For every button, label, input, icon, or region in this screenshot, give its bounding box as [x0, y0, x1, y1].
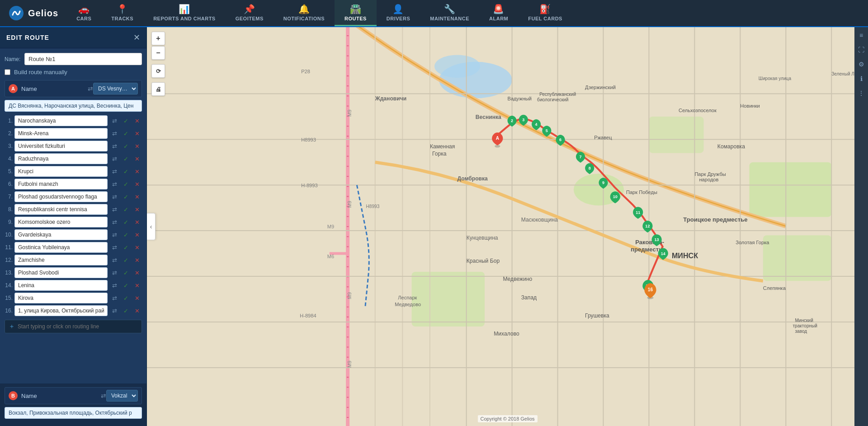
stop-move-button[interactable]: ⇄: [109, 255, 119, 265]
stop-delete-button[interactable]: ✕: [132, 217, 142, 227]
stop-delete-button[interactable]: ✕: [132, 268, 142, 278]
svg-text:4: 4: [535, 122, 538, 127]
stop-input[interactable]: [14, 204, 108, 215]
stop-input[interactable]: [14, 305, 108, 316]
stop-delete-button[interactable]: ✕: [132, 255, 142, 265]
nav-item-cars[interactable]: 🚗CARS: [66, 0, 101, 26]
stop-input[interactable]: [14, 128, 108, 139]
stop-delete-button[interactable]: ✕: [132, 204, 142, 214]
stop-move-button[interactable]: ⇄: [109, 293, 119, 303]
stop-delete-button[interactable]: ✕: [132, 280, 142, 290]
stop-input[interactable]: [14, 166, 108, 177]
stop-check-button[interactable]: ✓: [121, 141, 131, 151]
cars-nav-icon: 🚗: [78, 4, 90, 14]
stop-input[interactable]: [14, 115, 108, 126]
stop-delete-button[interactable]: ✕: [132, 230, 142, 240]
map-area[interactable]: ‹: [147, 27, 868, 426]
waypoint-b-copy-icon[interactable]: ⇄: [101, 392, 106, 399]
stop-move-button[interactable]: ⇄: [109, 242, 119, 252]
nav-item-alarm[interactable]: 🚨ALARM: [479, 0, 518, 26]
zoom-in-button[interactable]: +: [151, 32, 165, 45]
stop-input[interactable]: [14, 267, 108, 278]
stop-input[interactable]: [14, 229, 108, 240]
close-button[interactable]: ✕: [133, 33, 140, 43]
settings-icon[interactable]: ⚙: [859, 61, 864, 68]
stop-delete-button[interactable]: ✕: [132, 116, 142, 126]
stop-check-button[interactable]: ✓: [121, 116, 131, 126]
fullscreen-icon[interactable]: ⛶: [858, 46, 864, 53]
stop-move-button[interactable]: ⇄: [109, 192, 119, 202]
stop-check-button[interactable]: ✓: [121, 268, 131, 278]
stop-delete-button[interactable]: ✕: [132, 293, 142, 303]
stop-delete-button[interactable]: ✕: [132, 179, 142, 189]
stop-delete-button[interactable]: ✕: [132, 128, 142, 138]
zoom-out-button[interactable]: −: [151, 46, 165, 60]
stop-move-button[interactable]: ⇄: [109, 280, 119, 290]
stop-check-button[interactable]: ✓: [121, 179, 131, 189]
stop-move-button[interactable]: ⇄: [109, 179, 119, 189]
stop-check-button[interactable]: ✓: [121, 154, 131, 164]
stop-input[interactable]: [14, 293, 108, 303]
stop-delete-button[interactable]: ✕: [132, 154, 142, 164]
nav-item-maintenance[interactable]: 🔧MAINTENANCE: [420, 0, 479, 26]
stop-check-button[interactable]: ✓: [121, 293, 131, 303]
stop-move-button[interactable]: ⇄: [109, 141, 119, 151]
waypoint-a-device[interactable]: DS Vesny…: [93, 83, 138, 95]
stop-move-button[interactable]: ⇄: [109, 217, 119, 227]
stop-check-button[interactable]: ✓: [121, 255, 131, 265]
nav-item-routes[interactable]: 🛣️ROUTES: [335, 0, 377, 26]
nav-item-reports[interactable]: 📊REPORTS AND CHARTS: [143, 0, 226, 26]
stop-input[interactable]: [14, 242, 108, 253]
stop-check-button[interactable]: ✓: [121, 217, 131, 227]
sidebar-collapse-button[interactable]: ‹: [147, 213, 156, 240]
nav-item-fuel[interactable]: ⛽FUEL CARDS: [518, 0, 572, 26]
stop-check-button[interactable]: ✓: [121, 166, 131, 176]
stop-move-button[interactable]: ⇄: [109, 166, 119, 176]
waypoint-b-device[interactable]: Vokzal: [106, 390, 138, 402]
build-manual-checkbox[interactable]: [5, 69, 10, 75]
stop-move-button[interactable]: ⇄: [109, 116, 119, 126]
nav-item-tracks[interactable]: 📍TRACKS: [101, 0, 143, 26]
stop-delete-button[interactable]: ✕: [132, 166, 142, 176]
stop-input[interactable]: [14, 217, 108, 227]
nav-item-drivers[interactable]: 👤DRIVERS: [377, 0, 420, 26]
stop-move-button[interactable]: ⇄: [109, 154, 119, 164]
stop-move-button[interactable]: ⇄: [109, 306, 119, 316]
logo[interactable]: Gelios: [0, 0, 66, 26]
stop-check-button[interactable]: ✓: [121, 192, 131, 202]
stop-check-button[interactable]: ✓: [121, 128, 131, 138]
route-name-input[interactable]: [24, 53, 142, 65]
stop-check-button[interactable]: ✓: [121, 242, 131, 252]
stop-delete-button[interactable]: ✕: [132, 242, 142, 252]
layers-icon[interactable]: ≡: [859, 32, 863, 39]
stop-check-button[interactable]: ✓: [121, 280, 131, 290]
stop-input[interactable]: [14, 280, 108, 291]
stop-move-button[interactable]: ⇄: [109, 230, 119, 240]
stop-check-button[interactable]: ✓: [121, 306, 131, 316]
stop-delete-button[interactable]: ✕: [132, 306, 142, 316]
stop-input[interactable]: [14, 179, 108, 189]
stop-input[interactable]: [14, 153, 108, 164]
stop-input[interactable]: [14, 255, 108, 265]
rotate-button[interactable]: ⟳: [151, 64, 165, 78]
svg-text:Ждановичи: Ждановичи: [375, 95, 406, 102]
routes-nav-label: ROUTES: [344, 16, 367, 21]
stop-move-button[interactable]: ⇄: [109, 128, 119, 138]
stop-delete-button[interactable]: ✕: [132, 192, 142, 202]
add-stop-row[interactable]: ＋: [5, 320, 142, 333]
print-button[interactable]: 🖨: [151, 82, 165, 96]
stop-input[interactable]: [14, 191, 108, 202]
stop-row: 7. ⇄ ✓ ✕: [5, 191, 142, 202]
nav-item-notifications[interactable]: 🔔NOTIFICATIONS: [274, 0, 335, 26]
waypoint-a-copy-icon[interactable]: ⇄: [88, 85, 93, 92]
menu-icon[interactable]: ⋮: [858, 90, 864, 97]
info-icon[interactable]: ℹ: [860, 75, 863, 82]
add-stop-input[interactable]: [18, 323, 138, 330]
stop-delete-button[interactable]: ✕: [132, 141, 142, 151]
nav-item-geoitems[interactable]: 📌GEOITEMS: [226, 0, 274, 26]
stop-move-button[interactable]: ⇄: [109, 268, 119, 278]
stop-check-button[interactable]: ✓: [121, 230, 131, 240]
stop-check-button[interactable]: ✓: [121, 204, 131, 214]
stop-input[interactable]: [14, 141, 108, 151]
stop-move-button[interactable]: ⇄: [109, 204, 119, 214]
